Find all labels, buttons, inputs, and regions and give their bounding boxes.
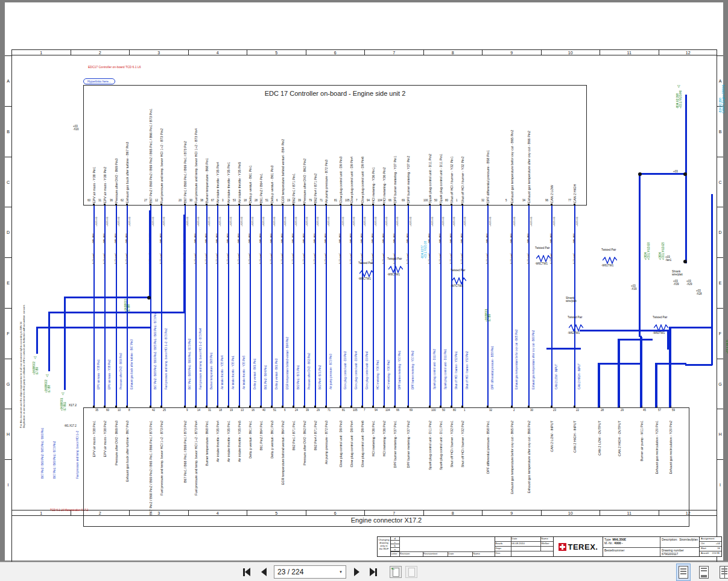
signal-label-bottom: Spark plug control unit - D11 Pin2 — [428, 421, 432, 470]
wire-color-code: 4WL WH — [237, 233, 241, 243]
signal-label-bottom: B67 Pin1 / B68 Pin1 / B69 Pin1 / B73 Pin… — [183, 421, 187, 483]
export-pages-button[interactable] — [405, 566, 417, 578]
grid-column-label: 2 — [71, 49, 130, 55]
signal-label-top: CAN 2 HIGH — [573, 184, 577, 203]
wire-blue-annotation: Air intake throttle - Y35 Pin5 — [242, 356, 246, 389]
pin-mark — [115, 406, 117, 407]
approval-table: DateName Bearb.06.08.2010Welker Gepr. Ge… — [495, 537, 554, 556]
wire-gauge: 0,75 mm² — [270, 253, 273, 264]
wire-junction — [683, 260, 687, 263]
twisted-pair-id: -W6CTW1 — [535, 262, 548, 265]
created-name: Welker — [541, 542, 553, 546]
wire-gauge: 0,75 mm² — [259, 253, 262, 264]
wire-gauge: 0,75 mm² — [237, 253, 241, 264]
signal-label-bottom: Pressure after DV2 - B62 Pin2 — [303, 421, 306, 465]
previous-page-button[interactable] — [257, 565, 270, 579]
pin-mark — [511, 406, 513, 407]
signal-label-top: Fuel pressure and temp. bevor HCI 1+2 - … — [194, 128, 198, 203]
signal-label-bottom: Burner temperature - B68 Pin1 — [205, 421, 209, 466]
wire-connector-tag: +X20-X1 — [95, 217, 98, 227]
continuous-view-button[interactable] — [697, 564, 711, 581]
cross-reference: +04.B8002/17.B9 — [33, 362, 39, 375]
anzahl-label: Anzahl — [701, 551, 709, 556]
facing-pages-icon — [720, 566, 728, 579]
pin-number-bottom: 31 — [208, 409, 211, 412]
wire-blue-annotation: DPF differential pressure - B58 Pin1 — [491, 346, 495, 389]
pin-mark — [361, 406, 363, 407]
wire-gauge: 0,75 mm² — [302, 253, 306, 264]
signal-label-top: Glow plug control unit - D9 Pin6 — [361, 157, 364, 203]
pin-number-top: 77 — [568, 199, 571, 203]
wire-gauge: 0,75 mm² — [226, 253, 230, 264]
next-page-button[interactable] — [350, 565, 363, 579]
signal-label-bottom: B67 Pin2 / B68 Pin2 / B69 Pin2 / B65 Pin… — [149, 421, 153, 515]
pin-mark — [184, 406, 186, 407]
pin-number-bottom: 9 — [186, 409, 188, 412]
wire-gauge: 0,75 mm² — [248, 253, 252, 264]
wire-connector-tag: +X20-X1 — [197, 217, 200, 227]
pin-mark — [249, 204, 251, 206]
wire-gauge: 0,75 mm² — [194, 253, 197, 264]
pin-number-top: 50 — [434, 199, 437, 203]
pin-number-bottom: 14 — [197, 409, 200, 412]
signal-label-top: B61 Pin2 / B64 Pin1 — [259, 174, 263, 203]
wire-gauge: 0,75 mm² — [215, 253, 219, 264]
signal-label-bottom: HCI metering - Y36 Pin1 — [372, 421, 375, 457]
pin-mark — [325, 204, 327, 206]
continuous-view-icon — [699, 566, 709, 579]
pin-mark — [383, 204, 385, 206]
pin-mark — [372, 406, 374, 407]
bus-wire — [711, 194, 713, 365]
pin-number-top: 27 — [144, 199, 147, 203]
pin-number-top: 18 — [244, 199, 247, 203]
single-page-view-button[interactable] — [676, 564, 691, 581]
hyperlinks-button[interactable]: Hyperlinks here... — [83, 78, 115, 84]
wire-color-code: 4WL WH — [338, 233, 342, 243]
pin-number-top: 12 — [155, 199, 158, 203]
pin-mark — [195, 406, 197, 407]
title-block: Changing drawing only in the EDF dcba Le… — [377, 536, 722, 557]
page-number-dropdown[interactable]: 23 / 224 ▼ — [274, 565, 346, 579]
wire-blue-annotation: Pressure after DV2 - B69 Pin3 — [119, 353, 123, 389]
cross-reference: Shrankwire/plait — [672, 270, 683, 276]
signal-label-bottom: HCI metering - Y36 Pin2 — [382, 421, 386, 457]
pin-number-top: 81 — [334, 199, 337, 203]
wire-color-code: 4WL WH — [572, 233, 576, 243]
wire-gauge: 0,75 mm² — [291, 253, 295, 264]
grid-row-label: E — [5, 257, 11, 308]
wire-color-code: 4WL WH — [248, 233, 252, 243]
pin-mark — [303, 204, 305, 206]
signal-label-top: Glow plug control unit - D9 Pin4 — [350, 157, 353, 203]
wire-connector-tag: +X20-X1 — [552, 217, 556, 227]
wire-color-code: 4WL WH — [302, 233, 306, 243]
pin-number-top: 6 — [276, 199, 278, 203]
pin-number-bottom: 105 — [353, 409, 358, 412]
wire-connector-tag: +X20-X1 — [283, 217, 287, 227]
grid-row-label: G — [5, 359, 11, 409]
import-pages-button[interactable]: ⬑ — [390, 566, 402, 578]
pin-mark — [451, 406, 452, 407]
wire-gauge: 0,75 mm² — [338, 253, 342, 264]
cross-reference: -B34.X2:2B8CAN-H_Engine DB8/H1 — [719, 84, 725, 113]
wire-blue-annotation: EPV air mass - Y38 Pin1 — [97, 360, 101, 389]
cross-reference: +03 — [673, 170, 678, 173]
pin-number-bottom: 18 — [219, 409, 222, 412]
page-indicator: 23 / 224 — [277, 568, 303, 576]
pin-number-bottom: 6 — [284, 409, 286, 412]
pin-mark — [217, 406, 218, 407]
signal-label-top: EPV air mass - Y38 Pin1 — [92, 167, 96, 203]
pin-number-top: 31 — [98, 199, 101, 203]
wire-color-code: 4WL WH — [360, 233, 364, 243]
first-page-button[interactable] — [240, 565, 253, 579]
last-page-button[interactable] — [367, 565, 380, 579]
wire-gauge: 0,75 mm² — [406, 253, 410, 264]
reference-arrow-icon: ▽ — [62, 392, 65, 395]
pin-number-bottom: 32 — [489, 409, 492, 412]
grid-row-label: B — [717, 106, 723, 157]
pin-number-bottom: 60 — [106, 409, 109, 412]
pin-number-top: 79 — [309, 199, 312, 203]
pin-number-bottom: 30 — [530, 409, 533, 412]
wire-connector-tag: +X20-X1 — [409, 217, 413, 227]
facing-pages-view-button[interactable] — [717, 564, 728, 581]
top-red-note: EDC17 Controller on-board TCD 6.1 L6 — [88, 65, 141, 69]
